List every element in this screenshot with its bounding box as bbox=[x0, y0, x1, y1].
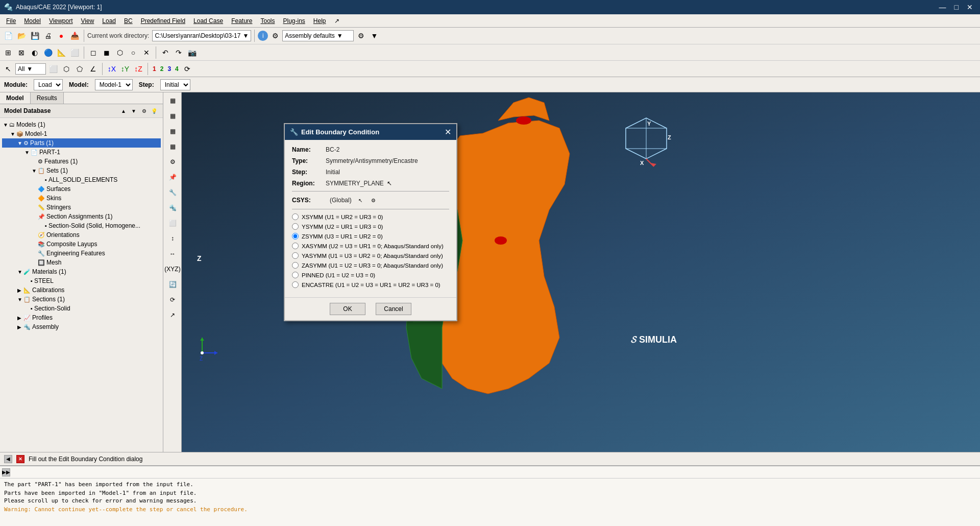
tree-item-2[interactable]: ▼⚙Parts (1) bbox=[2, 138, 161, 148]
tree-item-12[interactable]: 🧭Orientations bbox=[2, 230, 161, 240]
angle-select-button[interactable]: ∠ bbox=[87, 63, 99, 75]
tree-item-20[interactable]: ▪Section-Solid bbox=[2, 304, 161, 313]
tool4-button[interactable]: ▦ bbox=[164, 139, 181, 154]
tool10-button[interactable]: ↕ bbox=[164, 231, 181, 246]
menu-item-file[interactable]: File bbox=[2, 16, 20, 26]
status-expand-button[interactable]: ▶▶ bbox=[2, 468, 10, 476]
tree-filter-button[interactable]: ⚙ bbox=[139, 106, 149, 115]
tool13-button[interactable]: 🔄 bbox=[164, 277, 181, 292]
hint-back-button[interactable]: ◀ bbox=[4, 455, 12, 463]
settings2-button[interactable]: ⚙ bbox=[355, 30, 367, 42]
tree-item-0[interactable]: ▼🗂Models (1) bbox=[2, 120, 161, 129]
dialog-close-button[interactable]: ✕ bbox=[445, 127, 451, 137]
tree-item-16[interactable]: ▼🧪Materials (1) bbox=[2, 267, 161, 276]
assembly-defaults-dropdown[interactable]: Assembly defaults ▼ bbox=[282, 30, 354, 41]
axis-x-button[interactable]: ↕X bbox=[106, 63, 118, 75]
radio-label-xsymm[interactable]: XSYMM (U1 = UR2 = UR3 = 0) bbox=[302, 214, 383, 220]
radio-label-xasymm[interactable]: XASYMM (U2 = U3 = UR1 = 0; Abaqus/Standa… bbox=[302, 243, 444, 249]
tree-item-11[interactable]: ▪Section-Solid (Solid, Homogene... bbox=[2, 221, 161, 230]
axis-z-button[interactable]: ↕Z bbox=[132, 63, 144, 75]
menu-item-bc[interactable]: BC bbox=[120, 16, 137, 26]
angle-button[interactable]: ⟳ bbox=[181, 63, 193, 75]
radio-xsymm[interactable] bbox=[292, 213, 299, 220]
cursor-button[interactable]: ↖ bbox=[2, 63, 14, 75]
snap-button[interactable]: 📷 bbox=[186, 46, 198, 59]
info-button[interactable]: i bbox=[258, 31, 268, 41]
view1-button[interactable]: ⊞ bbox=[2, 46, 14, 59]
minimize-button[interactable]: — bbox=[936, 2, 949, 12]
tree-item-21[interactable]: ▶📈Profiles bbox=[2, 313, 161, 322]
step-select[interactable]: Initial bbox=[160, 79, 190, 90]
csys-edit-button[interactable]: ↖ bbox=[356, 196, 365, 205]
tool3-button[interactable]: ▦ bbox=[164, 124, 181, 138]
radio-yasymm[interactable] bbox=[292, 252, 299, 259]
tree-expander-19[interactable]: ▼ bbox=[17, 297, 23, 302]
radio-label-pinned[interactable]: PINNED (U1 = U2 = U3 = 0) bbox=[302, 272, 375, 278]
tree-expander-16[interactable]: ▼ bbox=[17, 269, 23, 275]
radio-pinned[interactable] bbox=[292, 272, 299, 278]
tool7-button[interactable]: 🔧 bbox=[164, 185, 181, 200]
menu-item-model[interactable]: Model bbox=[20, 16, 45, 26]
radio-ysymm[interactable] bbox=[292, 223, 299, 230]
tool14-button[interactable]: ⟳ bbox=[164, 293, 181, 307]
tree-expander-18[interactable]: ▶ bbox=[17, 288, 23, 293]
menu-item-loadcase[interactable]: Load Case bbox=[189, 16, 227, 26]
open-button[interactable]: 📂 bbox=[15, 30, 28, 42]
tool6-button[interactable]: 📌 bbox=[164, 170, 181, 184]
tree-item-3[interactable]: ▼📄PART-1 bbox=[2, 148, 161, 157]
tree-item-15[interactable]: 🔲Mesh bbox=[2, 258, 161, 267]
view4-button[interactable]: 🔵 bbox=[42, 46, 54, 59]
tool2-button[interactable]: ▦ bbox=[164, 109, 181, 123]
module-select[interactable]: Load bbox=[34, 79, 63, 90]
new-button[interactable]: 📄 bbox=[2, 30, 14, 42]
tree-expander-5[interactable]: ▼ bbox=[32, 168, 38, 174]
view2-button[interactable]: ⊠ bbox=[15, 46, 28, 59]
tree-item-19[interactable]: ▼📋Sections (1) bbox=[2, 295, 161, 304]
tree-item-10[interactable]: 📌Section Assignments (1) bbox=[2, 212, 161, 221]
region-cursor-icon[interactable]: ↖ bbox=[387, 180, 392, 187]
tree-item-5[interactable]: ▼📋Sets (1) bbox=[2, 166, 161, 175]
print-button[interactable]: 🖨 bbox=[42, 30, 54, 42]
tree-item-1[interactable]: ▼📦Model-1 bbox=[2, 129, 161, 138]
tree-item-18[interactable]: ▶📐Calibrations bbox=[2, 285, 161, 295]
poly-select-button[interactable]: ⬠ bbox=[74, 63, 86, 75]
title-bar-controls[interactable]: — □ ✕ bbox=[936, 2, 976, 12]
tree-item-13[interactable]: 📚Composite Layups bbox=[2, 240, 161, 249]
tool8-button[interactable]: 🔩 bbox=[164, 201, 181, 215]
tree-expander-1[interactable]: ▼ bbox=[10, 131, 16, 137]
menu-item-predefined[interactable]: Predefined Field bbox=[137, 16, 189, 26]
tool5-button[interactable]: ⚙ bbox=[164, 155, 181, 169]
render3-button[interactable]: ⬡ bbox=[114, 46, 126, 59]
tool15-button[interactable]: ↗ bbox=[164, 308, 181, 322]
csys-options-button[interactable]: ⚙ bbox=[369, 196, 378, 205]
tree-item-6[interactable]: ▪ALL_SOLID_ELEMENTS bbox=[2, 175, 161, 184]
tree-expander-0[interactable]: ▼ bbox=[3, 122, 9, 128]
tree-item-4[interactable]: ⚙Features (1) bbox=[2, 157, 161, 166]
radio-zsymm[interactable] bbox=[292, 233, 299, 240]
undo-button[interactable]: ↶ bbox=[159, 46, 172, 59]
redo-button[interactable]: ↷ bbox=[173, 46, 185, 59]
tool1-button[interactable]: ▦ bbox=[164, 93, 181, 108]
tree-down-button[interactable]: ▼ bbox=[129, 106, 138, 115]
tree-item-14[interactable]: 🔧Engineering Features bbox=[2, 249, 161, 258]
menu-item-load[interactable]: Load bbox=[98, 16, 120, 26]
view3-button[interactable]: ◐ bbox=[29, 46, 41, 59]
tree-expander-3[interactable]: ▼ bbox=[24, 150, 31, 155]
tree-item-7[interactable]: 🔷Surfaces bbox=[2, 184, 161, 194]
tool9-button[interactable]: ⬜ bbox=[164, 216, 181, 230]
menu-item-plugins[interactable]: Plug-ins bbox=[279, 16, 309, 26]
tree-item-8[interactable]: 🔶Skins bbox=[2, 194, 161, 203]
tree-info-button[interactable]: 💡 bbox=[150, 106, 159, 115]
tree-expander-22[interactable]: ▶ bbox=[17, 324, 23, 330]
axis-y-button[interactable]: ↕Y bbox=[119, 63, 131, 75]
menu-item-tools[interactable]: Tools bbox=[256, 16, 279, 26]
red-icon[interactable]: ● bbox=[55, 30, 67, 42]
tool11-button[interactable]: ↔ bbox=[164, 247, 181, 261]
tool12-button[interactable]: (XYZ) bbox=[164, 262, 181, 276]
menu-item-view[interactable]: View bbox=[77, 16, 99, 26]
menu-item-viewport[interactable]: Viewport bbox=[45, 16, 77, 26]
close-button[interactable]: ✕ bbox=[964, 2, 976, 12]
render5-button[interactable]: ✕ bbox=[140, 46, 153, 59]
radio-label-zsymm[interactable]: ZSYMM (U3 = UR1 = UR2 = 0) bbox=[302, 233, 383, 240]
import-button[interactable]: 📥 bbox=[68, 30, 81, 42]
